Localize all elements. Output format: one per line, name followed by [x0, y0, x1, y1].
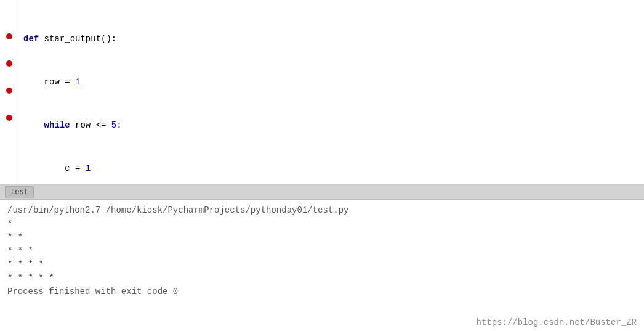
- run-tab[interactable]: test: [5, 186, 34, 198]
- breakpoint-dot-2: [6, 60, 12, 67]
- breakpoint-dot-4: [6, 115, 12, 121]
- keyword-while-1: while: [44, 120, 70, 130]
- code-line-2: row = 1: [23, 75, 639, 89]
- gutter-line-2: [0, 16, 18, 30]
- terminal-tab-bar: test: [0, 185, 644, 200]
- gutter-line-9: [0, 111, 18, 125]
- code-line-3: while row <= 5:: [23, 118, 639, 132]
- code-line-4: c = 1: [23, 161, 639, 175]
- output-line-3: * * *: [7, 244, 637, 258]
- gutter-line-10: [0, 125, 18, 138]
- gutter-line-1: [0, 2, 18, 16]
- run-command-line: /usr/bin/python2.7 /home/kiosk/PycharmPr…: [7, 203, 637, 217]
- gutter-line-4: [0, 43, 18, 57]
- code-line-1: def star_output():: [23, 32, 639, 46]
- breakpoint-dot: [6, 33, 12, 39]
- watermark-link: https://blog.csdn.net/Buster_ZR: [477, 317, 637, 327]
- output-line-5: * * * * *: [7, 271, 637, 285]
- gutter-line-12: [0, 152, 18, 165]
- output-line-1: *: [7, 217, 637, 231]
- editor-gutter: [0, 0, 18, 184]
- terminal-area: /usr/bin/python2.7 /home/kiosk/PycharmPr…: [0, 200, 644, 331]
- code-editor[interactable]: def star_output(): row = 1 while row <= …: [18, 0, 644, 184]
- process-finished-line: Process finished with exit code 0: [7, 285, 637, 298]
- gutter-line-6: [0, 70, 18, 84]
- output-line-2: * *: [7, 231, 637, 244]
- breakpoint-dot-3: [6, 88, 12, 94]
- gutter-line-11: [0, 138, 18, 152]
- gutter-line-5: [0, 57, 18, 70]
- gutter-line-8: [0, 97, 18, 111]
- keyword-def: def: [23, 34, 39, 44]
- gutter-line-7: [0, 84, 18, 97]
- gutter-line-3: [0, 30, 18, 43]
- output-line-4: * * * *: [7, 258, 637, 271]
- editor-area: def star_output(): row = 1 while row <= …: [0, 0, 644, 185]
